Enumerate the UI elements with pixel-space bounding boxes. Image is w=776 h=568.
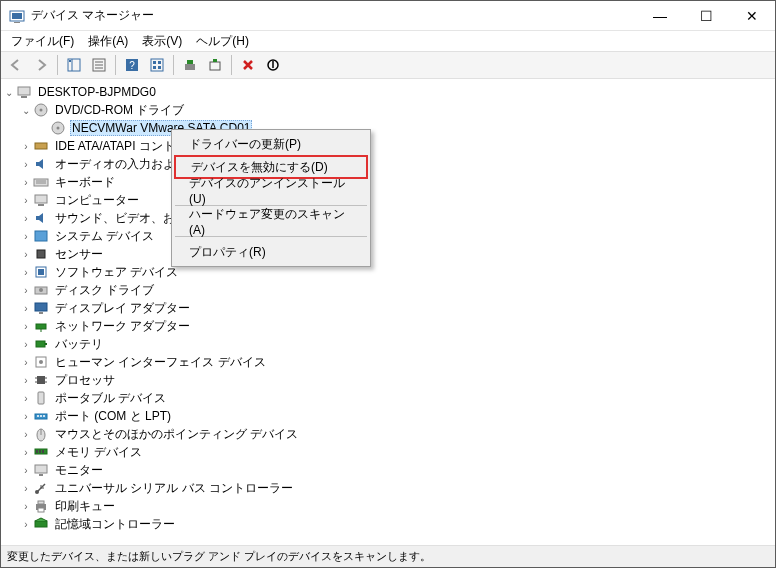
tree-category-svc[interactable]: ›サウンド、ビデオ、およびゲーム コントローラー (20, 209, 773, 227)
disable-button[interactable] (262, 54, 284, 76)
mouse-icon (33, 426, 49, 442)
tree-category-battery[interactable]: ›バッテリ (20, 335, 773, 353)
forward-button[interactable] (30, 54, 52, 76)
show-hide-tree-button[interactable] (63, 54, 85, 76)
app-icon (9, 8, 25, 24)
expand-icon[interactable]: › (20, 410, 32, 422)
help-button[interactable]: ? (121, 54, 143, 76)
svg-rect-44 (36, 341, 45, 347)
svg-rect-65 (39, 474, 43, 476)
ctx-update-driver[interactable]: ドライバーの更新(P) (174, 132, 368, 156)
properties-button[interactable] (88, 54, 110, 76)
expand-icon[interactable]: › (20, 374, 32, 386)
menu-file[interactable]: ファイル(F) (5, 32, 80, 51)
tree-category-hid[interactable]: ›ヒューマン インターフェイス デバイス (20, 353, 773, 371)
monitor-icon (33, 462, 49, 478)
expand-icon[interactable]: › (20, 500, 32, 512)
expand-icon[interactable]: › (20, 482, 32, 494)
expand-icon[interactable]: › (20, 212, 32, 224)
tree-category-portable[interactable]: ›ポータブル デバイス (20, 389, 773, 407)
tree-category-usb[interactable]: ›ユニバーサル シリアル バス コントローラー (20, 479, 773, 497)
tree-category-memory[interactable]: ›メモリ デバイス (20, 443, 773, 461)
svg-rect-41 (39, 312, 43, 314)
maximize-button[interactable]: ☐ (683, 1, 729, 30)
collapse-icon[interactable]: ⌄ (3, 86, 15, 98)
ctx-uninstall-device[interactable]: デバイスのアンインストール(U) (174, 178, 368, 202)
expand-icon[interactable]: › (20, 338, 32, 350)
tree-category-processor[interactable]: ›プロセッサ (20, 371, 773, 389)
tree-category-software[interactable]: ›ソフトウェア デバイス (20, 263, 773, 281)
menu-help[interactable]: ヘルプ(H) (190, 32, 255, 51)
tree-device-dvd-selected[interactable]: NECVMWar VMware SATA CD01 (37, 119, 773, 137)
system-icon (33, 228, 49, 244)
menu-action[interactable]: 操作(A) (82, 32, 134, 51)
status-text: 変更したデバイス、または新しいプラグ アンド プレイのデバイスをスキャンします。 (7, 549, 431, 564)
tree-category-disk[interactable]: ›ディスク ドライブ (20, 281, 773, 299)
tree-category-keyboard[interactable]: ›キーボード (20, 173, 773, 191)
update-driver-button[interactable] (179, 54, 201, 76)
ide-icon (33, 138, 49, 154)
expand-icon[interactable]: › (20, 230, 32, 242)
tree-root[interactable]: ⌄ DESKTOP-BJPMDG0 (3, 83, 773, 101)
close-button[interactable]: ✕ (729, 1, 775, 30)
minimize-button[interactable]: — (637, 1, 683, 30)
expand-icon[interactable]: › (20, 464, 32, 476)
svg-rect-28 (35, 143, 47, 149)
scan-hardware-button[interactable] (204, 54, 226, 76)
tree-category-mouse[interactable]: ›マウスとそのほかのポインティング デバイス (20, 425, 773, 443)
tree-category-sensor[interactable]: ›センサー (20, 245, 773, 263)
menu-view[interactable]: 表示(V) (136, 32, 188, 51)
expand-icon[interactable]: › (20, 140, 32, 152)
tree-category-dvd[interactable]: ⌄ DVD/CD-ROM ドライブ (20, 101, 773, 119)
svg-point-27 (57, 127, 60, 130)
expand-icon[interactable]: › (20, 428, 32, 440)
ctx-properties[interactable]: プロパティ(R) (174, 240, 368, 264)
expand-icon[interactable]: › (20, 248, 32, 260)
tree-category-ports[interactable]: ›ポート (COM と LPT) (20, 407, 773, 425)
svg-rect-2 (14, 22, 20, 23)
uninstall-button[interactable] (237, 54, 259, 76)
titlebar: デバイス マネージャー — ☐ ✕ (1, 1, 775, 31)
svg-point-47 (39, 360, 43, 364)
back-button[interactable] (5, 54, 27, 76)
svg-rect-23 (21, 96, 27, 98)
tree-category-audio[interactable]: ›オーディオの入力および出力 (20, 155, 773, 173)
expand-icon[interactable]: › (20, 302, 32, 314)
svg-point-39 (39, 288, 43, 292)
tree-category-network[interactable]: ›ネットワーク アダプター (20, 317, 773, 335)
svg-point-55 (37, 415, 39, 417)
expand-icon[interactable]: › (20, 284, 32, 296)
expand-icon[interactable]: › (20, 176, 32, 188)
expand-icon[interactable]: › (20, 392, 32, 404)
svg-rect-72 (38, 508, 44, 512)
keyboard-icon (33, 174, 49, 190)
ctx-scan-hardware[interactable]: ハードウェア変更のスキャン(A) (174, 209, 368, 233)
svg-rect-48 (37, 376, 45, 384)
tree-category-storage[interactable]: ›記憶域コントローラー (20, 515, 773, 533)
expand-icon[interactable]: › (20, 158, 32, 170)
svg-rect-34 (35, 231, 47, 241)
tree-category-display[interactable]: ›ディスプレイ アダプター (20, 299, 773, 317)
tree-category-printq[interactable]: ›印刷キュー (20, 497, 773, 515)
expand-icon[interactable]: › (20, 356, 32, 368)
svg-rect-15 (153, 66, 156, 69)
svg-rect-73 (35, 521, 47, 527)
svg-text:?: ? (129, 60, 135, 71)
expand-icon[interactable]: › (20, 518, 32, 530)
expand-icon[interactable]: › (20, 194, 32, 206)
tree-category-computer[interactable]: ›コンピューター (20, 191, 773, 209)
expand-icon[interactable]: › (20, 320, 32, 332)
svg-rect-12 (151, 59, 163, 71)
battery-icon (33, 336, 49, 352)
view-options-button[interactable] (146, 54, 168, 76)
tree-category-ide[interactable]: ›IDE ATA/ATAPI コントローラー (20, 137, 773, 155)
window-title: デバイス マネージャー (31, 7, 637, 24)
expand-icon[interactable]: › (20, 266, 32, 278)
collapse-icon[interactable]: ⌄ (20, 104, 32, 116)
svg-rect-45 (45, 343, 47, 345)
tree-category-sysdev[interactable]: ›システム デバイス (20, 227, 773, 245)
tree-category-monitor[interactable]: ›モニター (20, 461, 773, 479)
expand-icon[interactable]: › (20, 446, 32, 458)
svg-point-57 (43, 415, 45, 417)
tree-pane[interactable]: ⌄ DESKTOP-BJPMDG0 ⌄ DVD/CD-ROM ドライブ (1, 79, 775, 545)
